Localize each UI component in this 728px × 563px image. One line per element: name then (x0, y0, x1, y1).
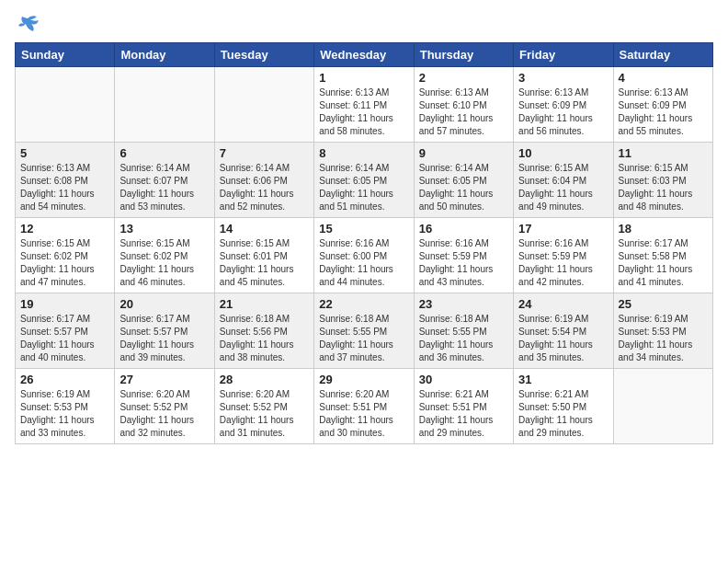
day-info: Sunrise: 6:14 AM Sunset: 6:05 PM Dayligh… (319, 162, 408, 213)
header-saturday: Saturday (613, 43, 712, 67)
day-info: Sunrise: 6:18 AM Sunset: 5:56 PM Dayligh… (220, 313, 309, 364)
calendar-cell: 2Sunrise: 6:13 AM Sunset: 6:10 PM Daylig… (414, 67, 513, 143)
calendar-cell: 13Sunrise: 6:15 AM Sunset: 6:02 PM Dayli… (115, 218, 214, 293)
calendar-cell: 15Sunrise: 6:16 AM Sunset: 6:00 PM Dayli… (314, 218, 414, 293)
header-sunday: Sunday (16, 43, 115, 67)
day-number: 23 (419, 297, 508, 311)
calendar-week-2: 5Sunrise: 6:13 AM Sunset: 6:08 PM Daylig… (16, 143, 713, 218)
day-info: Sunrise: 6:16 AM Sunset: 5:59 PM Dayligh… (419, 237, 508, 289)
calendar-cell: 8Sunrise: 6:14 AM Sunset: 6:05 PM Daylig… (314, 143, 414, 218)
day-info: Sunrise: 6:15 AM Sunset: 6:02 PM Dayligh… (119, 237, 209, 289)
day-number: 16 (419, 222, 508, 236)
day-info: Sunrise: 6:20 AM Sunset: 5:52 PM Dayligh… (220, 388, 309, 440)
day-info: Sunrise: 6:15 AM Sunset: 6:04 PM Dayligh… (518, 162, 608, 213)
day-number: 20 (119, 297, 209, 311)
calendar-cell: 1Sunrise: 6:13 AM Sunset: 6:11 PM Daylig… (314, 67, 414, 143)
calendar-week-3: 12Sunrise: 6:15 AM Sunset: 6:02 PM Dayli… (16, 218, 713, 293)
day-number: 30 (419, 373, 508, 386)
day-info: Sunrise: 6:18 AM Sunset: 5:55 PM Dayligh… (419, 313, 508, 364)
calendar-cell: 27Sunrise: 6:20 AM Sunset: 5:52 PM Dayli… (115, 369, 214, 444)
day-number: 26 (20, 373, 109, 386)
header-wednesday: Wednesday (314, 43, 414, 67)
day-info: Sunrise: 6:19 AM Sunset: 5:53 PM Dayligh… (20, 388, 109, 440)
day-number: 2 (419, 71, 508, 85)
day-number: 19 (20, 297, 109, 311)
day-info: Sunrise: 6:19 AM Sunset: 5:54 PM Dayligh… (518, 313, 608, 364)
calendar-cell: 16Sunrise: 6:16 AM Sunset: 5:59 PM Dayli… (414, 218, 513, 293)
day-number: 6 (119, 146, 209, 160)
day-info: Sunrise: 6:15 AM Sunset: 6:02 PM Dayligh… (20, 237, 109, 289)
day-number: 15 (319, 222, 408, 236)
day-number: 31 (518, 373, 608, 386)
day-number: 14 (220, 222, 309, 236)
calendar-cell (16, 67, 115, 143)
calendar-cell: 17Sunrise: 6:16 AM Sunset: 5:59 PM Dayli… (514, 218, 613, 293)
day-info: Sunrise: 6:20 AM Sunset: 5:52 PM Dayligh… (119, 388, 209, 440)
calendar-cell: 25Sunrise: 6:19 AM Sunset: 5:53 PM Dayli… (613, 293, 712, 369)
day-info: Sunrise: 6:13 AM Sunset: 6:09 PM Dayligh… (518, 86, 608, 138)
day-number: 10 (518, 146, 608, 160)
calendar-cell: 22Sunrise: 6:18 AM Sunset: 5:55 PM Dayli… (314, 293, 414, 369)
calendar-cell: 18Sunrise: 6:17 AM Sunset: 5:58 PM Dayli… (613, 218, 712, 293)
calendar-cell: 28Sunrise: 6:20 AM Sunset: 5:52 PM Dayli… (214, 369, 313, 444)
header-tuesday: Tuesday (214, 43, 313, 67)
day-info: Sunrise: 6:13 AM Sunset: 6:10 PM Dayligh… (419, 86, 508, 138)
calendar-cell: 12Sunrise: 6:15 AM Sunset: 6:02 PM Dayli… (16, 218, 115, 293)
day-number: 7 (220, 146, 309, 160)
day-number: 5 (20, 146, 109, 160)
day-info: Sunrise: 6:13 AM Sunset: 6:09 PM Dayligh… (619, 86, 708, 138)
calendar-cell: 20Sunrise: 6:17 AM Sunset: 5:57 PM Dayli… (115, 293, 214, 369)
header-monday: Monday (115, 43, 214, 67)
calendar-cell: 24Sunrise: 6:19 AM Sunset: 5:54 PM Dayli… (514, 293, 613, 369)
calendar-cell: 3Sunrise: 6:13 AM Sunset: 6:09 PM Daylig… (514, 67, 613, 143)
day-info: Sunrise: 6:13 AM Sunset: 6:11 PM Dayligh… (319, 86, 408, 138)
day-info: Sunrise: 6:14 AM Sunset: 6:07 PM Dayligh… (119, 162, 209, 213)
day-number: 18 (619, 222, 708, 236)
calendar-cell: 6Sunrise: 6:14 AM Sunset: 6:07 PM Daylig… (115, 143, 214, 218)
day-info: Sunrise: 6:17 AM Sunset: 5:57 PM Dayligh… (119, 313, 209, 364)
day-info: Sunrise: 6:17 AM Sunset: 5:57 PM Dayligh… (20, 313, 109, 364)
day-number: 27 (119, 373, 209, 386)
calendar-header-row: SundayMondayTuesdayWednesdayThursdayFrid… (16, 43, 713, 67)
calendar-cell: 5Sunrise: 6:13 AM Sunset: 6:08 PM Daylig… (16, 143, 115, 218)
calendar-week-5: 26Sunrise: 6:19 AM Sunset: 5:53 PM Dayli… (16, 369, 713, 444)
header-thursday: Thursday (414, 43, 513, 67)
calendar-cell: 4Sunrise: 6:13 AM Sunset: 6:09 PM Daylig… (613, 67, 712, 143)
day-info: Sunrise: 6:16 AM Sunset: 5:59 PM Dayligh… (518, 237, 608, 289)
day-info: Sunrise: 6:17 AM Sunset: 5:58 PM Dayligh… (619, 237, 708, 289)
day-info: Sunrise: 6:20 AM Sunset: 5:51 PM Dayligh… (319, 388, 408, 440)
calendar-week-1: 1Sunrise: 6:13 AM Sunset: 6:11 PM Daylig… (16, 67, 713, 143)
logo-icon (15, 15, 40, 35)
calendar-cell: 31Sunrise: 6:21 AM Sunset: 5:50 PM Dayli… (514, 369, 613, 444)
calendar-cell: 23Sunrise: 6:18 AM Sunset: 5:55 PM Dayli… (414, 293, 513, 369)
calendar-week-4: 19Sunrise: 6:17 AM Sunset: 5:57 PM Dayli… (16, 293, 713, 369)
day-number: 1 (319, 71, 408, 85)
day-number: 13 (119, 222, 209, 236)
day-number: 8 (319, 146, 408, 160)
day-info: Sunrise: 6:21 AM Sunset: 5:50 PM Dayligh… (518, 388, 608, 440)
calendar-cell: 19Sunrise: 6:17 AM Sunset: 5:57 PM Dayli… (16, 293, 115, 369)
page-header (15, 15, 713, 35)
day-number: 29 (319, 373, 408, 386)
day-info: Sunrise: 6:21 AM Sunset: 5:51 PM Dayligh… (419, 388, 508, 440)
day-info: Sunrise: 6:16 AM Sunset: 6:00 PM Dayligh… (319, 237, 408, 289)
day-info: Sunrise: 6:14 AM Sunset: 6:05 PM Dayligh… (419, 162, 508, 213)
calendar-cell: 26Sunrise: 6:19 AM Sunset: 5:53 PM Dayli… (16, 369, 115, 444)
day-info: Sunrise: 6:19 AM Sunset: 5:53 PM Dayligh… (619, 313, 708, 364)
day-number: 22 (319, 297, 408, 311)
calendar-cell (214, 67, 313, 143)
day-info: Sunrise: 6:18 AM Sunset: 5:55 PM Dayligh… (319, 313, 408, 364)
header-friday: Friday (514, 43, 613, 67)
calendar-cell: 11Sunrise: 6:15 AM Sunset: 6:03 PM Dayli… (613, 143, 712, 218)
calendar-cell: 29Sunrise: 6:20 AM Sunset: 5:51 PM Dayli… (314, 369, 414, 444)
day-number: 21 (220, 297, 309, 311)
day-number: 3 (518, 71, 608, 85)
day-info: Sunrise: 6:14 AM Sunset: 6:06 PM Dayligh… (220, 162, 309, 213)
logo (15, 15, 44, 35)
day-number: 25 (619, 297, 708, 311)
calendar-cell: 10Sunrise: 6:15 AM Sunset: 6:04 PM Dayli… (514, 143, 613, 218)
calendar-cell: 9Sunrise: 6:14 AM Sunset: 6:05 PM Daylig… (414, 143, 513, 218)
day-number: 24 (518, 297, 608, 311)
calendar-cell (613, 369, 712, 444)
day-number: 17 (518, 222, 608, 236)
